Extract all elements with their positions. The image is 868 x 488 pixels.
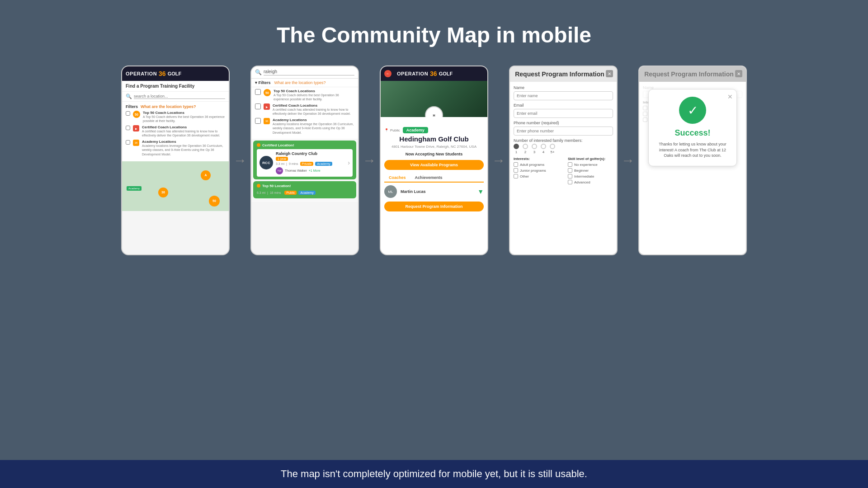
success-close-x[interactable]: ✕ — [727, 93, 733, 100]
s4-name-input[interactable] — [514, 91, 613, 100]
s2-item-body-cert: RCC Raleigh Country Club 1 year 3.3 mi |… — [257, 149, 353, 177]
screen4-close-button[interactable]: ✕ — [606, 70, 613, 77]
screen2-filters: ▾ Filters What are the location types? — [251, 79, 358, 87]
map-dot-50: 50 — [209, 196, 220, 206]
success-check-circle: ✓ — [679, 97, 706, 124]
s4-radio-4[interactable]: 4 — [541, 144, 546, 154]
s2-check-50[interactable] — [255, 89, 261, 95]
logo-golf: GOLF — [168, 71, 182, 76]
filter-text-academy: Academy Locations Academy locations leve… — [142, 140, 225, 156]
screen4-title: Request Program Information — [514, 70, 606, 78]
s4-check-adult[interactable]: Adult programs — [514, 162, 559, 167]
search-value: raleigh — [264, 69, 277, 74]
checkbox-other — [514, 174, 518, 178]
s2-badge-50: 50 — [264, 89, 271, 96]
filter-item-certified[interactable]: ▶ Certified Coach Locations A certified … — [126, 125, 225, 137]
screen3-academy-badge: Academy — [403, 127, 428, 133]
s4-family-label: Number of interested family members: — [514, 138, 613, 143]
s2-list-item-top50[interactable]: Top 50 Location! 6.3 mi | 16 mins Public… — [253, 181, 356, 198]
tab-achievements[interactable]: Achievements — [410, 174, 447, 183]
s4-radio-group: 1 2 3 4 5+ — [514, 144, 613, 154]
request-program-button[interactable]: Request Program Information — [384, 202, 484, 211]
s2-filter-opt-cert[interactable]: ▶ Certified Coach Locations A certified … — [255, 103, 354, 116]
s2-filter-types: What are the location types? — [274, 80, 326, 85]
logo-operation: OPERATION — [126, 71, 157, 76]
screen3-public: 📍 Public — [384, 128, 400, 132]
screen3-logo-golf: GOLF — [439, 71, 453, 76]
chevron-right-cert: › — [348, 159, 350, 166]
s4-radio-2[interactable]: 2 — [523, 144, 528, 154]
screen5-title: Request Program Information — [643, 70, 735, 78]
screen3-accepting: Now Accepting New Students — [384, 152, 484, 156]
screen3-club-name: Hedingham Golf Club — [384, 135, 484, 143]
s4-radio-5plus[interactable]: 5+ — [550, 144, 555, 154]
s2-list-item-certified[interactable]: Certified Location! RCC Raleigh Country … — [253, 141, 356, 179]
screen4-header: Request Program Information ✕ — [510, 66, 617, 82]
success-description: Thanks for letting us know about your in… — [656, 141, 729, 159]
screen3-badges: 📍 Public Academy — [384, 127, 484, 133]
filter-checkbox-certified[interactable] — [126, 126, 130, 130]
tab-coaches[interactable]: Coaches — [384, 174, 410, 183]
s2-filter-opt-50[interactable]: 50 Top 50 Coach Locations A Top 50 Coach… — [255, 89, 354, 101]
filter-checkbox-academy[interactable] — [126, 140, 130, 145]
screen3-logo-num: 36 — [430, 70, 437, 77]
s4-check-noexp[interactable]: No experience — [568, 162, 613, 167]
s4-email-input[interactable] — [514, 109, 613, 118]
s2-filter-label: ▾ Filters — [255, 80, 271, 85]
arrow4: → — [621, 153, 635, 168]
s4-skill-col: Skill level of golfer(s): No experience … — [568, 157, 613, 186]
map-area: 36 A 50 Academy — [122, 161, 229, 211]
screen3-header: ← OPERATION 36 GOLF — [381, 66, 487, 81]
s4-phone-input[interactable] — [514, 127, 613, 136]
screen3-coach-avatar: ML — [384, 185, 397, 198]
checkbox-advanced — [568, 180, 572, 184]
screen3-body: 📍 Public Academy Hedingham Golf Club 480… — [381, 117, 487, 215]
coach-avatar-tw: TW — [276, 167, 283, 174]
s4-check-other[interactable]: Other — [514, 174, 559, 178]
checkbox-adult — [514, 162, 518, 167]
screen5-modal: Request Program Information ✕ Name Inter… — [638, 66, 747, 255]
club-logo-rcc: RCC — [259, 156, 273, 169]
s2-filter-opt-academy[interactable]: 36 Academy Locations Academy locations l… — [255, 118, 354, 134]
arrow1: → — [233, 153, 247, 168]
filter-text-top50: Top 50 Coach Locations A Top 50 Coach de… — [143, 111, 225, 123]
s2-check-academy[interactable] — [255, 118, 261, 124]
view-programs-button[interactable]: View Available Programs — [384, 160, 484, 170]
screen2-search-bar[interactable]: 🔍 raleigh — [251, 66, 358, 79]
screen1-search[interactable]: 🔍 — [122, 92, 229, 102]
back-button[interactable]: ← — [384, 70, 392, 77]
s5-checkbox-other — [643, 117, 647, 122]
s4-check-junior[interactable]: Junior programs — [514, 168, 559, 173]
screen3-coach-row: ML Martin Lucas ▼ — [384, 185, 484, 198]
radio-circle-2 — [523, 144, 528, 149]
s4-phone-label: Phone number (required) — [514, 121, 613, 125]
s4-check-intermediate[interactable]: Intermediate — [568, 174, 613, 178]
s4-check-beginner[interactable]: Beginner — [568, 168, 613, 173]
s2-item-meta-cert: 1 year — [276, 157, 345, 161]
search-input[interactable] — [134, 94, 225, 99]
logo-num: 36 — [159, 70, 166, 77]
screen4-body: Name Email Phone number (required) Numbe… — [510, 82, 617, 243]
hedingham-logo: H — [425, 106, 443, 117]
screen5-header: Request Program Information ✕ — [639, 66, 746, 82]
screen5-close-button[interactable]: ✕ — [735, 70, 742, 77]
s4-radio-3[interactable]: 3 — [532, 144, 537, 154]
s2-check-cert[interactable] — [255, 103, 261, 109]
s4-skill-label: Skill level of golfer(s): — [568, 157, 613, 161]
s4-check-advanced[interactable]: Advanced — [568, 180, 613, 184]
search-underline: raleigh — [264, 69, 354, 75]
s4-interests-grid: Interests: Adult programs Junior program… — [514, 157, 613, 186]
checkbox-noexp — [568, 162, 572, 167]
badge-36: 36 — [133, 140, 139, 146]
page-title: The Community Map in mobile — [277, 23, 591, 47]
filter-checkbox-top50[interactable] — [126, 111, 130, 116]
filter-item-academy[interactable]: 36 Academy Locations Academy locations l… — [126, 140, 225, 156]
screen3-phone: ← OPERATION 36 GOLF H 📍 Public Academy H… — [380, 66, 488, 255]
s2-filter-text-cert: Certified Coach Locations A certified co… — [273, 103, 354, 116]
s2-tag-year: 1 year — [276, 157, 288, 161]
badge-cert: ▶ — [133, 125, 139, 131]
filter-item-top50[interactable]: 50 Top 50 Coach Locations A Top 50 Coach… — [126, 111, 225, 123]
badge-50: 50 — [133, 111, 140, 118]
screen2-phone: 🔍 raleigh ▾ Filters What are the locatio… — [250, 66, 359, 255]
s4-radio-1[interactable]: 1 — [514, 144, 519, 154]
